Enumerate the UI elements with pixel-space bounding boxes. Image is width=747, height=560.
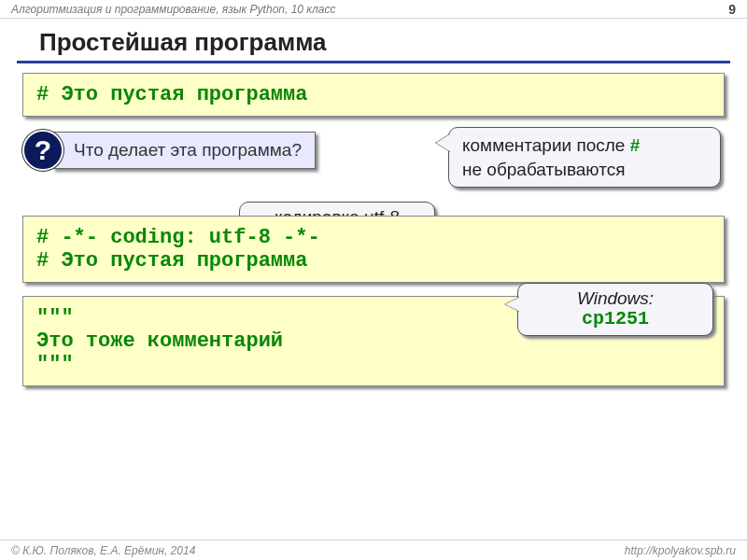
code-line: # Это пустая программа	[36, 83, 711, 106]
header: Алгоритмизация и программирование, язык …	[0, 0, 747, 19]
footer: © К.Ю. Поляков, Е.А. Ерёмин, 2014 http:/…	[0, 539, 747, 560]
callout-line2: не обрабатываются	[462, 158, 707, 182]
page-title: Простейшая программа	[17, 19, 730, 63]
callout-windows: Windows: cp1251	[517, 283, 713, 336]
callout-tail	[505, 297, 520, 312]
footer-url: http://kpolyakov.spb.ru	[625, 544, 736, 557]
question-icon: ?	[22, 130, 63, 171]
code-line: # Это пустая программа	[36, 249, 711, 273]
hash-symbol: #	[630, 135, 641, 155]
callout-line1: комментарии после #	[462, 133, 707, 158]
page-number: 9	[728, 2, 736, 17]
header-text: Алгоритмизация и программирование, язык …	[11, 3, 335, 16]
footer-copyright: © К.Ю. Поляков, Е.А. Ерёмин, 2014	[11, 544, 195, 557]
code-block-2: # -*- coding: utf-8 -*- # Это пустая про…	[22, 216, 725, 283]
code-line: """	[36, 353, 711, 376]
content-area: # Это пустая программа ? Что делает эта …	[0, 73, 747, 539]
callout-codepage: cp1251	[531, 309, 699, 329]
callout-comments: комментарии после # не обрабатываются	[448, 127, 721, 188]
callout-tail	[436, 133, 451, 152]
question-text: Что делает эта программа?	[52, 132, 316, 169]
code-block-1: # Это пустая программа	[22, 73, 725, 117]
callout-line1: Windows:	[531, 289, 699, 309]
code-line: # -*- coding: utf-8 -*-	[36, 226, 711, 249]
